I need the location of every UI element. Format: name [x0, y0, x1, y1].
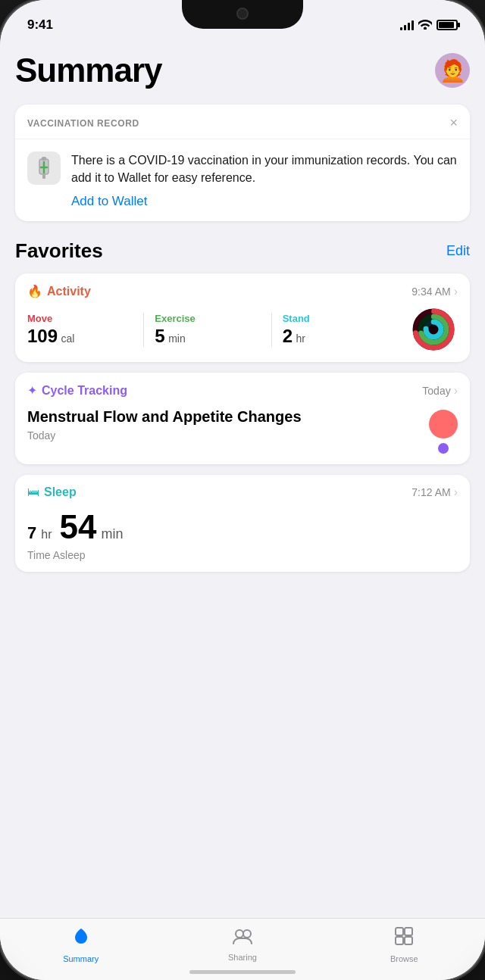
- edit-button[interactable]: Edit: [446, 243, 470, 259]
- sleep-card[interactable]: 🛏 Sleep 7:12 AM › 7 hr 54 min Ti: [15, 475, 470, 572]
- cycle-icon: ✦: [27, 383, 37, 398]
- activity-metrics-row: Move 109 cal Exercise 5 min: [27, 307, 458, 351]
- battery-icon: [436, 20, 458, 30]
- cycle-chevron-icon: ›: [454, 384, 458, 398]
- browse-tab-icon: [394, 926, 414, 951]
- close-button[interactable]: ×: [449, 115, 458, 131]
- svg-rect-16: [405, 937, 412, 944]
- sleep-body: 7 hr 54 min Time Asleep: [27, 508, 458, 561]
- sleep-title-row: 🛏 Sleep: [27, 485, 77, 499]
- vaccination-description: There is a COVID-19 vaccination in your …: [71, 151, 458, 186]
- stand-unit: hr: [296, 332, 305, 345]
- activity-ring: [409, 307, 458, 351]
- page-title: Summary: [15, 51, 162, 89]
- sleep-hr-label: hr: [41, 528, 52, 541]
- exercise-value-row: 5 min: [155, 326, 260, 347]
- exercise-unit: min: [168, 332, 186, 345]
- exercise-metric: Exercise 5 min: [155, 313, 271, 347]
- vaccination-card: VACCINATION RECORD × There: [15, 105, 470, 221]
- move-value: 109: [27, 326, 58, 346]
- exercise-label: Exercise: [155, 313, 260, 324]
- svg-rect-14: [405, 928, 412, 935]
- cycle-info: Menstrual Flow and Appetite Changes Toda…: [27, 407, 429, 442]
- svg-rect-4: [42, 174, 45, 179]
- vaccination-text: There is a COVID-19 vaccination in your …: [71, 151, 458, 209]
- cycle-title: Cycle Tracking: [42, 384, 127, 398]
- browse-tab-label: Browse: [390, 954, 418, 963]
- activity-time: 9:34 AM ›: [411, 285, 458, 298]
- cycle-dot-large: [429, 410, 458, 439]
- move-value-row: 109 cal: [27, 326, 133, 347]
- favorites-header: Favorites Edit: [15, 239, 470, 263]
- home-indicator: [189, 970, 296, 974]
- sleep-time: 7:12 AM ›: [411, 485, 458, 499]
- stand-label: Stand: [283, 313, 388, 324]
- cycle-time: Today ›: [422, 384, 458, 398]
- cycle-dot-small: [438, 443, 449, 454]
- vaccination-header: VACCINATION RECORD ×: [15, 105, 470, 139]
- activity-metrics: Move 109 cal Exercise 5 min: [27, 313, 409, 347]
- activity-title-row: 🔥 Activity: [27, 284, 91, 298]
- sleep-title: Sleep: [44, 485, 77, 499]
- signal-icon: [400, 20, 414, 30]
- add-to-wallet-button[interactable]: Add to Wallet: [71, 194, 147, 209]
- vaccination-label: VACCINATION RECORD: [27, 118, 139, 129]
- stand-metric: Stand 2 hr: [283, 313, 399, 347]
- sleep-hours: 7: [27, 523, 36, 543]
- summary-tab-icon: [71, 926, 91, 951]
- tab-summary[interactable]: Summary: [0, 926, 161, 963]
- stand-value: 2: [283, 326, 293, 346]
- tab-sharing[interactable]: Sharing: [161, 926, 323, 962]
- status-icons: [400, 19, 458, 32]
- favorites-title: Favorites: [15, 239, 103, 263]
- avatar[interactable]: 🧑‍🦰: [435, 53, 470, 88]
- svg-point-12: [243, 930, 251, 938]
- sleep-minutes: 54: [59, 508, 96, 546]
- exercise-value: 5: [155, 326, 164, 346]
- page-header: Summary 🧑‍🦰: [15, 39, 470, 105]
- cycle-card[interactable]: ✦ Cycle Tracking Today › Menstrual Flow …: [15, 373, 470, 464]
- status-time: 9:41: [27, 17, 53, 33]
- sharing-tab-icon: [232, 926, 253, 950]
- cycle-card-header: ✦ Cycle Tracking Today ›: [27, 383, 458, 398]
- flame-icon: 🔥: [27, 284, 42, 298]
- summary-tab-label: Summary: [63, 954, 99, 963]
- svg-point-11: [236, 930, 243, 938]
- vaccination-body: There is a COVID-19 vaccination in your …: [15, 139, 470, 221]
- svg-rect-13: [396, 928, 403, 935]
- move-label: Move: [27, 313, 133, 324]
- chevron-icon: ›: [454, 285, 458, 298]
- sleep-icon: 🛏: [27, 485, 39, 499]
- sharing-tab-label: Sharing: [228, 953, 257, 962]
- sleep-subtitle: Time Asleep: [27, 549, 458, 561]
- sleep-chevron-icon: ›: [454, 485, 458, 499]
- activity-card[interactable]: 🔥 Activity 9:34 AM › Move 109: [15, 273, 470, 362]
- svg-rect-15: [396, 937, 403, 944]
- vaccine-icon: [27, 151, 61, 185]
- wifi-icon: [418, 19, 432, 32]
- cycle-title-row: ✦ Cycle Tracking: [27, 383, 127, 398]
- cycle-main-title: Menstrual Flow and Appetite Changes: [27, 407, 429, 426]
- cycle-date: Today: [27, 429, 429, 442]
- activity-title: Activity: [47, 285, 91, 298]
- tab-browse[interactable]: Browse: [324, 926, 485, 963]
- move-metric: Move 109 cal: [27, 313, 144, 347]
- sleep-min-label: min: [101, 526, 123, 542]
- sleep-card-header: 🛏 Sleep 7:12 AM ›: [27, 485, 458, 499]
- move-unit: cal: [61, 332, 75, 345]
- activity-card-header: 🔥 Activity 9:34 AM ›: [27, 284, 458, 298]
- stand-value-row: 2 hr: [283, 326, 388, 347]
- main-scroll[interactable]: Summary 🧑‍🦰 VACCINATION RECORD ×: [0, 39, 485, 918]
- cycle-body: Menstrual Flow and Appetite Changes Toda…: [27, 407, 458, 454]
- cycle-indicators: [429, 407, 458, 454]
- svg-rect-1: [42, 157, 46, 161]
- sleep-duration: 7 hr 54 min: [27, 508, 458, 546]
